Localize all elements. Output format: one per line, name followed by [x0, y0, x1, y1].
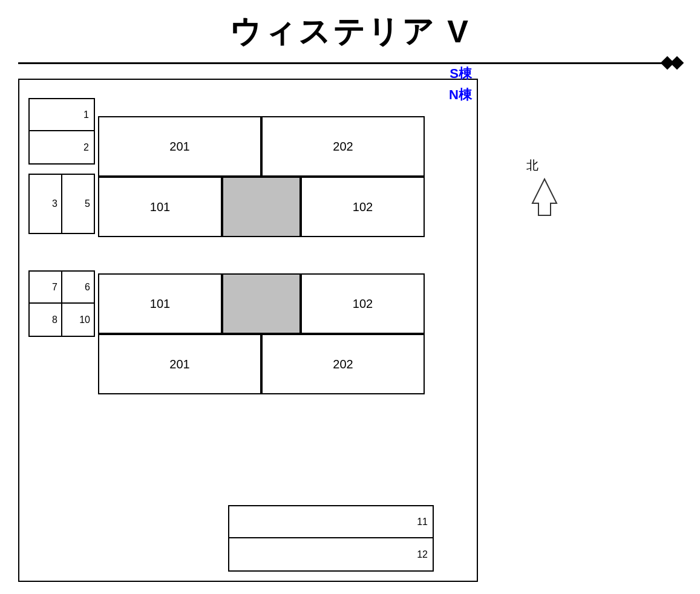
bottom-parking: 11 12 [228, 505, 434, 572]
s-building: 101 102 201 202 [98, 273, 425, 394]
parking-slot-10: 10 [62, 304, 95, 337]
parking-slot-7: 7 [28, 270, 62, 304]
room-s-staircase [222, 273, 301, 334]
parking-slots-810: 8 10 [28, 304, 95, 337]
parking-slot-2: 2 [28, 131, 95, 165]
parking-slot-8: 8 [28, 304, 62, 337]
parking-slots-35: 3 5 [28, 174, 95, 234]
north-indicator: 北 [526, 157, 563, 221]
room-n-102: 102 [301, 177, 425, 237]
room-s-201: 201 [98, 334, 261, 394]
north-label: 北 [526, 157, 563, 174]
left-parking-s: 7 6 8 10 [28, 270, 95, 337]
floor-plan-diagram: N棟 1 2 3 5 201 202 101 [18, 79, 478, 582]
divider-line [18, 58, 682, 68]
s-top-row: 101 102 [98, 273, 425, 334]
room-s-101: 101 [98, 273, 222, 334]
room-n-101: 101 [98, 177, 222, 237]
left-parking-n: 1 2 3 5 [28, 98, 95, 234]
s-building-label: S棟 [450, 65, 472, 83]
room-n-202: 202 [261, 116, 425, 177]
svg-marker-0 [532, 179, 557, 215]
parking-slot-6: 6 [62, 270, 95, 304]
room-s-202: 202 [261, 334, 425, 394]
room-n-staircase [222, 177, 301, 237]
north-arrow-icon [526, 176, 563, 218]
parking-slot-11: 11 [228, 505, 434, 538]
diamond-right-icon [670, 56, 684, 70]
n-top-row: 201 202 [98, 116, 425, 177]
n-building-label: N棟 [449, 86, 472, 104]
n-building: 201 202 101 102 [98, 98, 425, 237]
parking-slots-76: 7 6 [28, 270, 95, 304]
s-bottom-row: 201 202 [98, 334, 425, 394]
n-bottom-row: 101 102 [98, 177, 425, 237]
room-n-201: 201 [98, 116, 261, 177]
parking-slot-1: 1 [28, 98, 95, 131]
page-title: ウィステリア V [0, 0, 700, 53]
parking-slot-3: 3 [28, 174, 62, 234]
room-s-102: 102 [301, 273, 425, 334]
parking-slot-5: 5 [62, 174, 95, 234]
parking-slot-12: 12 [228, 538, 434, 572]
